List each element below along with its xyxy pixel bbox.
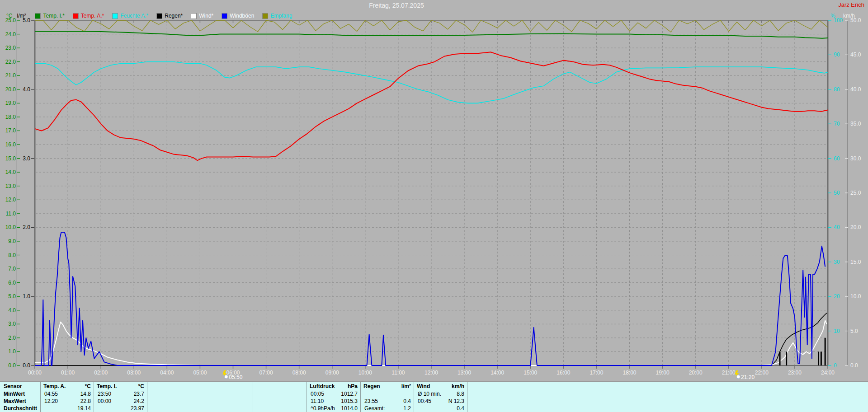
table-data-value: 0.4 (360, 398, 411, 405)
celsius-tick-label: 21.0 (5, 72, 16, 79)
rain-amount-bar (786, 351, 787, 365)
x-axis-time-label: 09:00 (326, 370, 339, 376)
rain-amount-bar (779, 351, 781, 365)
table-data-value: 14.8 (40, 391, 91, 398)
kmh-tick-label: 45.0 (850, 52, 861, 58)
x-axis-time-label: 21:00 (722, 370, 736, 376)
table-data-value: 24.2 (94, 398, 144, 405)
table-data-value: 23.97 (94, 405, 144, 412)
rain-amount-bar (825, 338, 826, 365)
celsius-tick-label: 25.0 (5, 17, 16, 23)
celsius-tick-label: 19.0 (5, 100, 16, 106)
celsius-tick-label: 7.0 (8, 266, 16, 272)
x-axis-time-label: 05:00 (193, 370, 207, 376)
table-row-label: Durchschnitt (4, 405, 37, 412)
celsius-tick-label: 20.0 (5, 86, 16, 93)
series-line-wind (35, 321, 827, 365)
x-axis-time-label: 03:00 (127, 370, 141, 376)
celsius-tick-label: 11.0 (6, 211, 16, 217)
kmh-tick-label: 10.0 (850, 293, 861, 300)
x-axis-time-label: 18:00 (623, 370, 636, 376)
table-column-divider (467, 382, 467, 412)
kmh-tick-label: 40.0 (850, 86, 861, 93)
table-row-label: MaxWert (4, 398, 26, 405)
table-column-divider (147, 382, 147, 412)
time-marker-label: 21:20 (741, 374, 755, 380)
table-section-unit: °C (40, 383, 91, 390)
celsius-tick-label: 23.0 (5, 45, 16, 51)
x-axis-time-label: 12:00 (425, 370, 438, 376)
lm2-tick-label: 3.0 (23, 155, 30, 162)
rain-amount-bar (818, 351, 819, 365)
lm2-tick-label: 0.0 (23, 362, 30, 369)
sun-cloud-icon (224, 375, 228, 379)
kmh-tick-label: 30.0 (850, 155, 861, 162)
x-axis-time-label: 13:00 (458, 370, 471, 376)
celsius-tick-label: 16.0 (5, 141, 16, 148)
weather-chart-window: { "app": { "title": "Freitag, 25.07.2025… (0, 0, 868, 412)
time-marker-label: 05:50 (229, 374, 242, 380)
percent-tick-label: 0 (834, 362, 837, 369)
celsius-tick-label: 13.0 (5, 183, 16, 189)
celsius-tick-label: 2.0 (8, 335, 16, 341)
percent-tick-label: 60 (834, 155, 840, 162)
kmh-tick-label: 5.0 (850, 328, 858, 334)
kmh-tick-label: 0.0 (850, 362, 858, 369)
table-data-value: 1.2 (360, 405, 411, 412)
celsius-tick-label: 0.0 (8, 362, 16, 369)
x-axis-time-label: 01:00 (61, 370, 75, 376)
x-axis-time-label: 20:00 (689, 370, 703, 376)
x-axis-time-label: 23:00 (788, 370, 802, 376)
table-data-value: 8.8 (414, 391, 464, 398)
percent-tick-label: 80 (834, 86, 840, 93)
table-data-value: 1015.3 (307, 398, 358, 405)
table-data-value: 1014.0 (307, 405, 358, 412)
x-axis-time-label: 11:00 (392, 370, 405, 376)
celsius-tick-label: 14.0 (5, 169, 16, 175)
table-section-unit: hPa (307, 383, 358, 390)
celsius-tick-label: 5.0 (8, 293, 16, 300)
celsius-tick-label: 6.0 (8, 280, 16, 286)
celsius-tick-label: 8.0 (8, 252, 16, 258)
table-data-value: 23.7 (94, 391, 144, 398)
x-axis-time-label: 08:00 (292, 370, 306, 376)
chart-plot-area: 25.024.023.022.021.020.019.018.017.016.0… (0, 0, 868, 381)
table-data-value: N 12.3 (414, 398, 464, 405)
percent-tick-label: 100 (834, 17, 843, 23)
x-axis-time-label: 00:00 (28, 370, 42, 376)
celsius-tick-label: 17.0 (5, 127, 16, 134)
lm2-tick-label: 5.0 (23, 17, 30, 23)
percent-tick-label: 90 (834, 52, 840, 58)
x-axis-time-label: 16:00 (557, 370, 570, 376)
table-row-label: Sensor (4, 383, 22, 390)
lm2-tick-label: 1.0 (23, 293, 30, 300)
kmh-tick-label: 35.0 (850, 121, 861, 127)
celsius-tick-label: 1.0 (8, 348, 16, 355)
x-axis-time-label: 24:00 (821, 370, 835, 376)
percent-tick-label: 50 (834, 190, 840, 196)
x-axis-time-label: 07:00 (259, 370, 273, 376)
lm2-tick-label: 4.0 (23, 86, 30, 93)
x-axis-time-label: 10:00 (359, 370, 372, 376)
table-section-unit: °C (94, 383, 144, 390)
table-column-divider (200, 382, 200, 412)
time-marker (735, 370, 740, 379)
x-axis-time-label: 19:00 (656, 370, 670, 376)
percent-tick-label: 70 (834, 121, 840, 127)
table-data-value: 22.8 (40, 398, 91, 405)
x-axis-time-label: 04:00 (160, 370, 174, 376)
lm2-tick-label: 2.0 (23, 224, 30, 230)
rain-amount-bar (821, 351, 822, 365)
statistics-table: SensorMinWertMaxWertDurchschnittTemp. A.… (0, 381, 868, 412)
celsius-tick-label: 10.0 (5, 224, 16, 230)
percent-tick-label: 30 (834, 259, 840, 265)
table-column-divider (253, 382, 253, 412)
kmh-tick-label: 15.0 (850, 259, 861, 265)
x-axis-time-label: 14:00 (491, 370, 504, 376)
x-axis-time-label: 17:00 (590, 370, 603, 376)
percent-tick-label: 40 (834, 224, 840, 230)
series-line-regen (35, 313, 827, 365)
x-axis-time-label: 22:00 (755, 370, 769, 376)
table-data-value: 0.4 (414, 405, 464, 412)
sun-cloud-icon (736, 375, 740, 379)
